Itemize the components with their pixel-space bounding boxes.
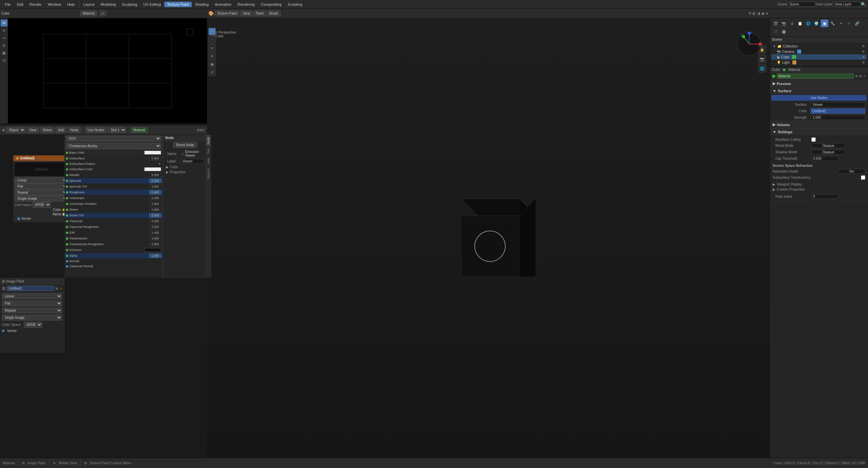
refraction-depth-value[interactable]: 0m	[838, 169, 865, 174]
search-icon[interactable]: 🔍	[861, 2, 866, 7]
material-icons[interactable]: ⊞	[855, 74, 858, 78]
menu-render[interactable]: Render	[27, 2, 44, 7]
slot-select[interactable]: Slot 1	[108, 127, 126, 133]
bsdf-specular-value[interactable]: 0.500	[149, 179, 161, 183]
tree-item-camera[interactable]: 📷 Camera 👁	[771, 49, 867, 54]
shadow-mode-value[interactable]: Opaque	[811, 150, 845, 155]
view-layer-input[interactable]	[833, 2, 860, 7]
surface-type-value[interactable]: Viewer	[811, 102, 865, 107]
options-tab[interactable]: Options	[206, 167, 211, 181]
tab-animation[interactable]: Animation	[212, 2, 234, 7]
source-select[interactable]: Single Image	[15, 196, 68, 201]
tab-sculpting[interactable]: Sculpting	[119, 2, 140, 7]
view-tab[interactable]: View	[206, 156, 211, 167]
vp-smear-btn[interactable]: ⇔	[208, 44, 216, 52]
custom-props-header[interactable]: ▶ Custom Properties	[773, 187, 865, 192]
extension-select[interactable]: Repeat	[15, 190, 68, 195]
tab-texture-paint[interactable]: Texture Paint	[164, 2, 191, 7]
subsurface-trans-checkbox[interactable]	[861, 175, 865, 180]
projection-select[interactable]: Flat	[15, 183, 68, 189]
bsdf-clearcoat-value[interactable]: 0.000	[149, 219, 161, 223]
output-icon[interactable]: 🖨	[788, 20, 796, 27]
viewport-display-header[interactable]: ▶ Viewport Display	[773, 182, 865, 187]
prop-material-btn[interactable]: Material	[80, 11, 97, 16]
tab-modeling[interactable]: Modeling	[98, 2, 119, 7]
use-nodes-btn[interactable]: Use Nodes	[85, 127, 107, 133]
material-delete-icon[interactable]: ✕	[863, 74, 866, 78]
bsdf-base-color-field-swatch[interactable]	[144, 151, 161, 155]
volume-header[interactable]: ▶ Volume	[770, 121, 868, 128]
scene-prop-icon[interactable]: 🌐	[805, 20, 812, 27]
interpolation-select[interactable]: Linear	[15, 177, 68, 183]
tab-compositing[interactable]: Compositing	[258, 2, 284, 7]
bsdf-sub-color-swatch[interactable]	[144, 167, 161, 171]
vp-paint-btn[interactable]: Paint	[253, 11, 266, 16]
bsdf-metallic-value[interactable]: 0.000	[149, 173, 161, 177]
tool-tab[interactable]: Tool	[206, 147, 211, 156]
vp-draw-btn[interactable]: ✏	[208, 28, 216, 35]
material-browse-icon[interactable]: ⊠	[859, 74, 862, 78]
surface-color-value[interactable]: Untitled2	[811, 109, 865, 114]
material-name-input[interactable]	[777, 74, 854, 79]
material-prop-icon[interactable]: ⬤	[780, 28, 788, 35]
bsdf-sub-rad-arrow[interactable]: ▼	[158, 162, 161, 165]
material-select-btn[interactable]: Material	[131, 127, 148, 133]
particles-icon[interactable]: ✦	[837, 20, 845, 27]
blend-mode-value[interactable]: Opaque	[811, 143, 845, 148]
mask-tool-icon[interactable]: ⊟	[1, 57, 7, 64]
cube-visibility[interactable]: 👁	[862, 55, 865, 59]
view-layer-prop-icon[interactable]: 📋	[796, 20, 804, 27]
tab-uv-editing[interactable]: UV Editing	[140, 2, 164, 7]
soften-tool-icon[interactable]: ≋	[1, 27, 7, 34]
collection-visibility[interactable]: 👁	[862, 44, 865, 48]
node-node-btn[interactable]: Node	[68, 127, 81, 133]
bsdf-ior-value[interactable]: 1.450	[149, 231, 161, 235]
texture-paint-mode-btn[interactable]: Texture Paint	[215, 11, 239, 16]
tex-colorspace-select[interactable]: sRGB	[24, 322, 42, 328]
render-icon[interactable]: 📷	[780, 20, 788, 27]
tree-item-collection[interactable]: ▼ 📁 Collection 👁	[771, 44, 867, 49]
node-tab[interactable]: Node	[206, 135, 211, 147]
clone-tool-icon[interactable]: ⧉	[1, 42, 7, 49]
new-image-btn[interactable]: +	[99, 11, 106, 16]
bsdf-clearcoat-rough-value[interactable]: 0.030	[149, 225, 161, 229]
camera-visibility[interactable]: 👁	[862, 50, 865, 54]
reset-node-btn[interactable]: Reset Node	[173, 142, 197, 148]
tex-image-input[interactable]	[7, 286, 54, 291]
bsdf-trans-rough-value[interactable]: 0.000	[149, 242, 161, 246]
tex-single-select[interactable]: Single Image	[2, 315, 62, 320]
menu-help[interactable]: Help	[64, 2, 78, 7]
bsdf-subsurface-field-value[interactable]: 0.000	[149, 156, 161, 160]
vp-clone-btn[interactable]: ⧉	[208, 52, 216, 60]
constraints-icon[interactable]: 🔗	[853, 20, 861, 27]
tab-scripting[interactable]: Scripting	[285, 2, 305, 7]
pass-index-input[interactable]	[811, 194, 838, 199]
bsdf-alpha-value[interactable]: 1.000	[149, 254, 161, 258]
node-select-btn[interactable]: Select	[40, 127, 55, 133]
vp-view-btn[interactable]: View	[240, 11, 252, 16]
surface-header[interactable]: ▼ Surface	[770, 87, 868, 94]
bsdf-spec-tint-value[interactable]: 0.000	[149, 184, 161, 189]
tree-item-cube[interactable]: ▣ Cube 👁	[771, 54, 867, 60]
light-visibility[interactable]: 👁	[862, 61, 865, 64]
menu-file[interactable]: File	[2, 2, 14, 7]
preview-header[interactable]: ▶ Preview	[770, 80, 868, 87]
tex-flat-select[interactable]: Flat	[2, 300, 62, 306]
node-mode-select[interactable]: Object	[6, 127, 25, 133]
modifier-icon[interactable]: 🔧	[829, 20, 836, 27]
bsdf-aniso-rot-value[interactable]: 0.000	[149, 202, 161, 206]
tex-image-browse[interactable]: ⊠	[55, 287, 58, 290]
node-add-btn[interactable]: Add	[56, 127, 67, 133]
vp-fill-btn[interactable]: ▣	[208, 60, 216, 68]
bsdf-sheen-value[interactable]: 0.000	[149, 208, 161, 212]
texture-vector-socket[interactable]	[17, 217, 20, 220]
color-space-select[interactable]: sRGB	[32, 202, 51, 208]
bsdf-emission-swatch[interactable]	[144, 248, 161, 252]
menu-window[interactable]: Window	[45, 2, 64, 7]
menu-edit[interactable]: Edit	[14, 2, 26, 7]
vp-soften-btn[interactable]: ~	[208, 36, 216, 43]
image-paint-viewport[interactable]	[8, 18, 207, 123]
vp-mask-btn[interactable]: ⊟	[208, 69, 216, 76]
smear-tool-icon[interactable]: ⇔	[1, 35, 7, 41]
tex-repeat-select[interactable]: Repeat	[2, 308, 62, 313]
